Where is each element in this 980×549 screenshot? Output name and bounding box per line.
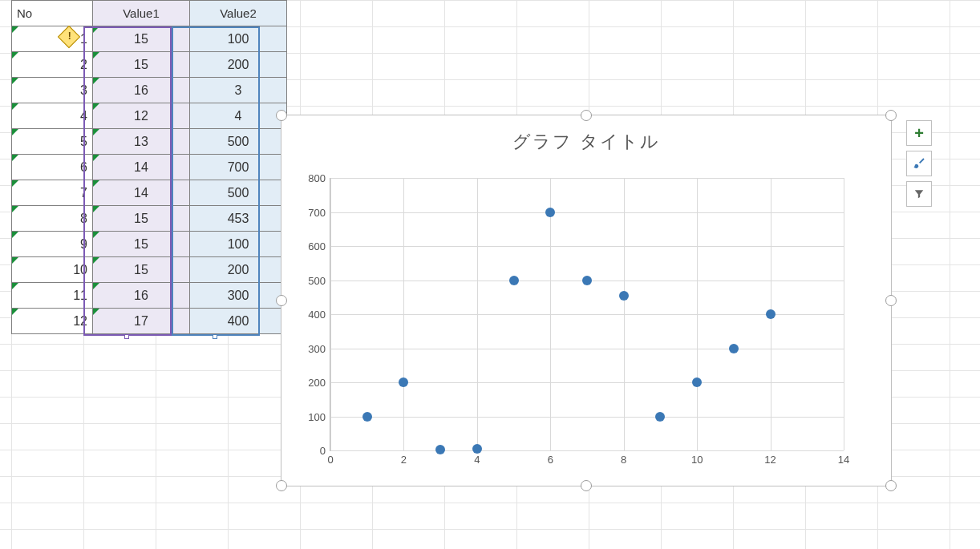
cell-value2[interactable]: 500 [190, 180, 287, 206]
cell-value2[interactable]: 453 [190, 206, 287, 232]
data-point[interactable] [472, 444, 482, 454]
data-table[interactable]: No Value1 Value2 11510021520031634124513… [11, 0, 287, 334]
cell-no[interactable]: 2 [12, 52, 93, 78]
x-tick-label: 2 [401, 450, 407, 466]
chart-handle-se[interactable] [885, 480, 897, 491]
x-tick-label: 14 [838, 450, 849, 466]
chart-filter-button[interactable] [906, 181, 932, 207]
table-row[interactable]: 115100 [12, 26, 287, 52]
gridline-h [330, 349, 844, 349]
data-point[interactable] [509, 276, 519, 285]
cell-no[interactable]: 5 [12, 129, 93, 155]
brush-icon [913, 157, 925, 170]
cell-value1[interactable]: 16 [93, 78, 190, 103]
y-tick-label: 100 [294, 410, 330, 422]
table-row[interactable]: 714500 [12, 180, 287, 206]
table-row[interactable]: 1217400 [12, 309, 287, 334]
chart-handle-ne[interactable] [885, 110, 897, 121]
cell-value1[interactable]: 14 [93, 155, 190, 180]
table-row[interactable]: 215200 [12, 52, 287, 78]
cell-no[interactable]: 3 [12, 78, 93, 103]
data-point[interactable] [435, 445, 445, 454]
cell-value2[interactable]: 100 [190, 232, 287, 257]
chart-object[interactable]: グラフ タイトル 0100200300400500600700800024681… [281, 115, 892, 486]
header-no[interactable]: No [12, 1, 93, 26]
cell-value1[interactable]: 15 [93, 52, 190, 78]
cell-value2[interactable]: 200 [190, 52, 287, 78]
table-row[interactable]: 614700 [12, 155, 287, 180]
chart-handle-nw[interactable] [276, 110, 287, 121]
fill-handle-value1[interactable] [124, 334, 129, 339]
table-row[interactable]: 915100 [12, 232, 287, 257]
cell-value1[interactable]: 15 [93, 232, 190, 257]
data-point[interactable] [545, 208, 555, 217]
data-point[interactable] [619, 291, 629, 301]
cell-value2[interactable]: 200 [190, 257, 287, 283]
y-tick-label: 300 [294, 342, 330, 354]
cell-no[interactable]: 8 [12, 206, 93, 232]
data-point[interactable] [766, 309, 775, 319]
cell-no[interactable]: 4 [12, 103, 93, 129]
table-row[interactable]: 1015200 [12, 257, 287, 283]
table-row[interactable]: 4124 [12, 103, 287, 129]
cell-value1[interactable]: 12 [93, 103, 190, 129]
chart-handle-n[interactable] [581, 110, 592, 121]
cell-value1[interactable]: 14 [93, 180, 190, 206]
cell-value1[interactable]: 17 [93, 309, 190, 334]
cell-no[interactable]: 11 [12, 283, 93, 309]
x-tick-label: 6 [548, 450, 553, 466]
cell-no[interactable]: 10 [12, 257, 93, 283]
cell-value2[interactable]: 700 [190, 155, 287, 180]
cell-value2[interactable]: 3 [190, 78, 287, 103]
gridline-v [697, 178, 698, 450]
cell-value1[interactable]: 13 [93, 129, 190, 155]
table-row[interactable]: 815453 [12, 206, 287, 232]
cell-value1[interactable]: 15 [93, 257, 190, 283]
cell-no[interactable]: 12 [12, 309, 93, 334]
gridline-v [477, 178, 478, 450]
plot-area[interactable]: 010020030040050060070080002468101214 [330, 178, 844, 451]
gridline-h [330, 417, 844, 418]
data-point[interactable] [399, 377, 408, 387]
y-tick-label: 500 [294, 274, 330, 286]
header-value1[interactable]: Value1 [93, 1, 190, 26]
table-row[interactable]: 1116300 [12, 283, 287, 309]
table-row[interactable]: 3163 [12, 78, 287, 103]
cell-value2[interactable]: 300 [190, 283, 287, 309]
chart-handle-s[interactable] [581, 480, 592, 491]
chart-handle-e[interactable] [885, 295, 897, 306]
data-point[interactable] [582, 276, 592, 285]
cell-value2[interactable]: 400 [190, 309, 287, 334]
cell-no[interactable]: 7 [12, 180, 93, 206]
fill-handle-value2[interactable] [213, 334, 217, 339]
table-row[interactable]: 513500 [12, 129, 287, 155]
worksheet[interactable]: No Value1 Value2 11510021520031634124513… [0, 0, 980, 549]
data-point[interactable] [362, 412, 372, 422]
data-point[interactable] [729, 344, 739, 353]
data-point[interactable] [655, 412, 665, 422]
cell-no[interactable]: 6 [12, 155, 93, 180]
y-tick-label: 700 [294, 206, 330, 218]
y-tick-label: 200 [294, 377, 330, 389]
chart-handle-w[interactable] [276, 295, 287, 306]
chart-styles-button[interactable] [906, 151, 932, 176]
header-value2[interactable]: Value2 [190, 1, 287, 26]
chart-handle-sw[interactable] [276, 480, 287, 491]
cell-no[interactable]: 9 [12, 232, 93, 257]
chart-elements-button[interactable]: + [906, 120, 932, 146]
cell-value1[interactable]: 15 [93, 206, 190, 232]
cell-value1[interactable]: 16 [93, 283, 190, 309]
gridline-v [550, 178, 551, 450]
chart-title[interactable]: グラフ タイトル [281, 130, 891, 154]
cell-value1[interactable]: 15 [93, 26, 190, 52]
cell-value2[interactable]: 500 [190, 129, 287, 155]
y-tick-label: 0 [294, 445, 330, 457]
filter-icon [913, 188, 925, 200]
gridline-h [330, 246, 844, 247]
cell-value2[interactable]: 100 [190, 26, 287, 52]
data-point[interactable] [692, 377, 702, 387]
cell-value2[interactable]: 4 [190, 103, 287, 129]
gridline-h [330, 178, 844, 179]
cell-no[interactable]: 1 [12, 26, 93, 52]
gridline-v [624, 178, 625, 450]
